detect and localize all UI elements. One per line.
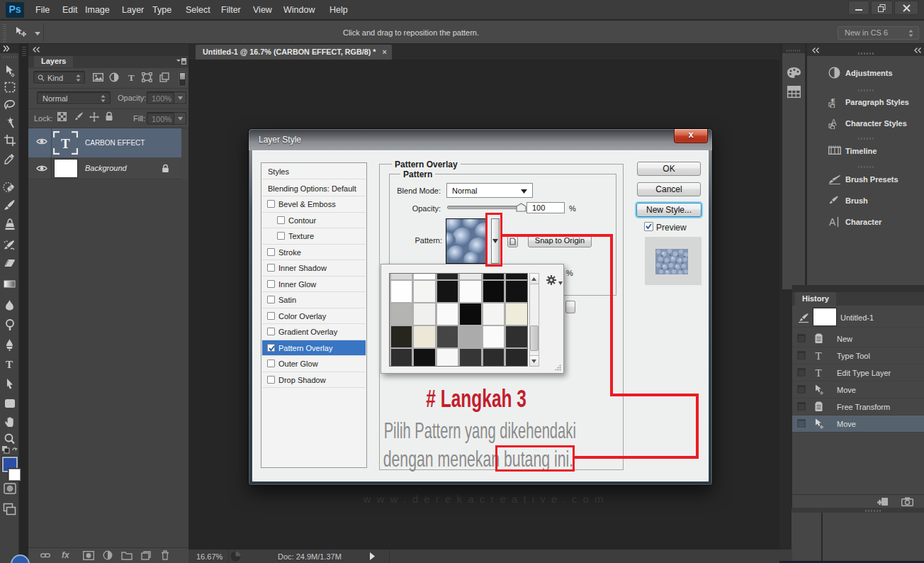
svg-text:T: T [128,72,135,82]
svg-text:T: T [61,136,70,151]
svg-text:T: T [816,350,822,361]
svg-text:A: A [829,216,836,228]
svg-text:T: T [6,359,13,370]
svg-text:T: T [816,367,822,378]
